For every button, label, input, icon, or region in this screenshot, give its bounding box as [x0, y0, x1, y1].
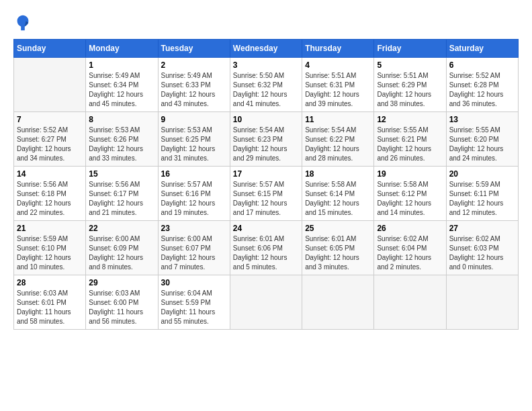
day-info: Sunrise: 5:53 AM Sunset: 6:25 PM Dayligh…: [161, 126, 227, 163]
day-number: 16: [161, 169, 227, 179]
calendar-cell: 4Sunrise: 5:51 AM Sunset: 6:31 PM Daylig…: [302, 58, 374, 112]
day-number: 13: [449, 115, 515, 124]
day-number: 26: [377, 224, 443, 233]
week-row-5: 28Sunrise: 6:03 AM Sunset: 6:01 PM Dayli…: [14, 275, 519, 330]
day-number: 27: [449, 224, 515, 233]
day-number: 21: [17, 224, 83, 233]
day-number: 30: [161, 278, 227, 287]
calendar-cell: 1Sunrise: 5:49 AM Sunset: 6:34 PM Daylig…: [86, 58, 158, 112]
day-info: Sunrise: 5:55 AM Sunset: 6:20 PM Dayligh…: [449, 126, 515, 163]
day-info: Sunrise: 5:56 AM Sunset: 6:18 PM Dayligh…: [17, 180, 83, 218]
calendar-cell: [230, 275, 302, 330]
day-number: 3: [233, 60, 299, 70]
day-number: 12: [377, 115, 443, 124]
weekday-header-monday: Monday: [86, 40, 158, 58]
weekday-header-thursday: Thursday: [302, 40, 374, 58]
calendar-cell: 15Sunrise: 5:56 AM Sunset: 6:17 PM Dayli…: [86, 167, 158, 221]
calendar-cell: [302, 275, 374, 330]
calendar-cell: 26Sunrise: 6:02 AM Sunset: 6:04 PM Dayli…: [374, 221, 446, 275]
calendar-cell: 9Sunrise: 5:53 AM Sunset: 6:25 PM Daylig…: [158, 112, 230, 167]
calendar-cell: 28Sunrise: 6:03 AM Sunset: 6:01 PM Dayli…: [14, 275, 86, 330]
calendar-cell: 17Sunrise: 5:57 AM Sunset: 6:15 PM Dayli…: [230, 167, 302, 221]
weekday-header-wednesday: Wednesday: [230, 40, 302, 58]
calendar-cell: [446, 275, 518, 330]
day-number: 4: [305, 60, 371, 70]
calendar-cell: 14Sunrise: 5:56 AM Sunset: 6:18 PM Dayli…: [14, 167, 86, 221]
calendar-cell: 20Sunrise: 5:59 AM Sunset: 6:11 PM Dayli…: [446, 167, 518, 221]
week-row-2: 7Sunrise: 5:52 AM Sunset: 6:27 PM Daylig…: [14, 112, 519, 167]
day-number: 17: [233, 169, 299, 179]
calendar-table: SundayMondayTuesdayWednesdayThursdayFrid…: [13, 39, 519, 330]
day-info: Sunrise: 5:52 AM Sunset: 6:28 PM Dayligh…: [449, 71, 515, 109]
calendar-cell: [374, 275, 446, 330]
day-info: Sunrise: 6:02 AM Sunset: 6:03 PM Dayligh…: [449, 234, 515, 272]
day-number: 24: [233, 224, 299, 233]
day-number: 28: [17, 278, 83, 287]
day-number: 23: [161, 224, 227, 233]
day-info: Sunrise: 6:04 AM Sunset: 5:59 PM Dayligh…: [161, 289, 227, 326]
weekday-header-tuesday: Tuesday: [158, 40, 230, 58]
day-info: Sunrise: 5:54 AM Sunset: 6:23 PM Dayligh…: [233, 126, 299, 163]
calendar-cell: 18Sunrise: 5:58 AM Sunset: 6:14 PM Dayli…: [302, 167, 374, 221]
day-number: 8: [89, 115, 154, 124]
calendar-cell: 11Sunrise: 5:54 AM Sunset: 6:22 PM Dayli…: [302, 112, 374, 167]
day-info: Sunrise: 5:51 AM Sunset: 6:31 PM Dayligh…: [305, 71, 371, 109]
day-info: Sunrise: 6:00 AM Sunset: 6:07 PM Dayligh…: [161, 234, 227, 272]
calendar-cell: 3Sunrise: 5:50 AM Sunset: 6:32 PM Daylig…: [230, 58, 302, 112]
calendar-header: SundayMondayTuesdayWednesdayThursdayFrid…: [14, 40, 519, 58]
week-row-1: 1Sunrise: 5:49 AM Sunset: 6:34 PM Daylig…: [14, 58, 519, 112]
week-row-3: 14Sunrise: 5:56 AM Sunset: 6:18 PM Dayli…: [14, 167, 519, 221]
calendar-cell: 7Sunrise: 5:52 AM Sunset: 6:27 PM Daylig…: [14, 112, 86, 167]
day-number: 10: [233, 115, 299, 124]
day-info: Sunrise: 5:57 AM Sunset: 6:15 PM Dayligh…: [233, 180, 299, 218]
day-number: 20: [449, 169, 515, 179]
page-header: [13, 13, 519, 32]
day-info: Sunrise: 6:01 AM Sunset: 6:05 PM Dayligh…: [305, 234, 371, 272]
day-number: 15: [89, 169, 154, 179]
day-number: 2: [161, 60, 227, 70]
day-number: 25: [305, 224, 371, 233]
calendar-cell: 5Sunrise: 5:51 AM Sunset: 6:29 PM Daylig…: [374, 58, 446, 112]
day-info: Sunrise: 6:03 AM Sunset: 6:01 PM Dayligh…: [17, 289, 83, 326]
day-info: Sunrise: 5:59 AM Sunset: 6:10 PM Dayligh…: [17, 234, 83, 272]
day-number: 11: [305, 115, 371, 124]
day-number: 7: [17, 115, 83, 124]
day-info: Sunrise: 5:56 AM Sunset: 6:17 PM Dayligh…: [89, 180, 154, 218]
day-info: Sunrise: 5:57 AM Sunset: 6:16 PM Dayligh…: [161, 180, 227, 218]
day-info: Sunrise: 5:58 AM Sunset: 6:14 PM Dayligh…: [305, 180, 371, 218]
day-info: Sunrise: 5:59 AM Sunset: 6:11 PM Dayligh…: [449, 180, 515, 218]
day-info: Sunrise: 6:02 AM Sunset: 6:04 PM Dayligh…: [377, 234, 443, 272]
day-info: Sunrise: 5:58 AM Sunset: 6:12 PM Dayligh…: [377, 180, 443, 218]
day-number: 19: [377, 169, 443, 179]
day-info: Sunrise: 6:03 AM Sunset: 6:00 PM Dayligh…: [89, 289, 154, 326]
logo-icon: [13, 13, 32, 32]
day-info: Sunrise: 5:52 AM Sunset: 6:27 PM Dayligh…: [17, 126, 83, 163]
calendar-cell: 29Sunrise: 6:03 AM Sunset: 6:00 PM Dayli…: [86, 275, 158, 330]
weekday-header-friday: Friday: [374, 40, 446, 58]
day-info: Sunrise: 5:53 AM Sunset: 6:26 PM Dayligh…: [89, 126, 154, 163]
day-info: Sunrise: 6:01 AM Sunset: 6:06 PM Dayligh…: [233, 234, 299, 272]
calendar-cell: 12Sunrise: 5:55 AM Sunset: 6:21 PM Dayli…: [374, 112, 446, 167]
day-info: Sunrise: 5:49 AM Sunset: 6:34 PM Dayligh…: [89, 71, 154, 109]
day-number: 29: [89, 278, 154, 287]
day-info: Sunrise: 5:49 AM Sunset: 6:33 PM Dayligh…: [161, 71, 227, 109]
weekday-header-saturday: Saturday: [446, 40, 518, 58]
day-info: Sunrise: 5:54 AM Sunset: 6:22 PM Dayligh…: [305, 126, 371, 163]
calendar-cell: 24Sunrise: 6:01 AM Sunset: 6:06 PM Dayli…: [230, 221, 302, 275]
calendar-cell: 23Sunrise: 6:00 AM Sunset: 6:07 PM Dayli…: [158, 221, 230, 275]
day-number: 1: [89, 60, 154, 70]
day-number: 18: [305, 169, 371, 179]
logo: [13, 13, 35, 32]
calendar-cell: 2Sunrise: 5:49 AM Sunset: 6:33 PM Daylig…: [158, 58, 230, 112]
weekday-header-sunday: Sunday: [14, 40, 86, 58]
calendar-cell: 25Sunrise: 6:01 AM Sunset: 6:05 PM Dayli…: [302, 221, 374, 275]
calendar-cell: [14, 58, 86, 112]
calendar-cell: 10Sunrise: 5:54 AM Sunset: 6:23 PM Dayli…: [230, 112, 302, 167]
calendar-cell: 19Sunrise: 5:58 AM Sunset: 6:12 PM Dayli…: [374, 167, 446, 221]
day-number: 14: [17, 169, 83, 179]
day-number: 5: [377, 60, 443, 70]
week-row-4: 21Sunrise: 5:59 AM Sunset: 6:10 PM Dayli…: [14, 221, 519, 275]
day-info: Sunrise: 5:55 AM Sunset: 6:21 PM Dayligh…: [377, 126, 443, 163]
weekday-header-row: SundayMondayTuesdayWednesdayThursdayFrid…: [14, 40, 519, 58]
day-number: 22: [89, 224, 154, 233]
